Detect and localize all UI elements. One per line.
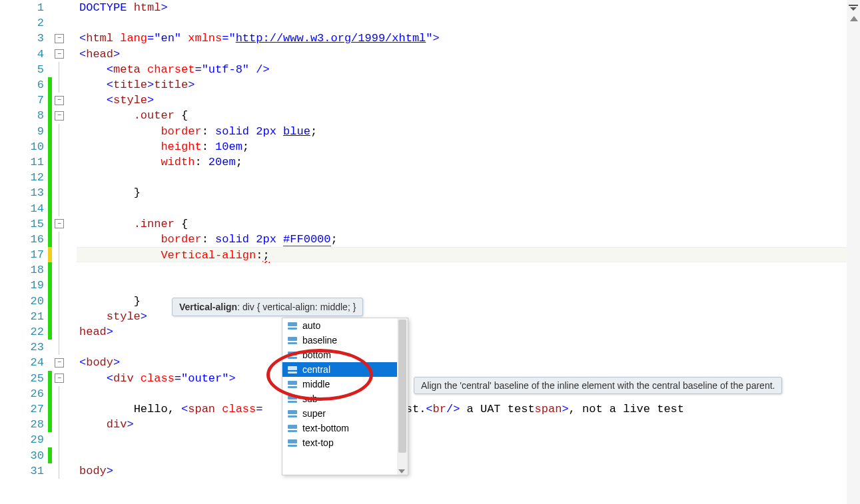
code-line[interactable]: div> <box>77 417 860 432</box>
line-number: 6 <box>0 79 48 91</box>
autocomplete-tooltip: Align the 'central' baseline of the inli… <box>414 377 782 394</box>
css-value-icon <box>288 381 297 388</box>
code-line[interactable]: .inner { <box>77 216 860 232</box>
code-line[interactable]: } <box>77 185 860 200</box>
code-line[interactable]: <meta charset="utf-8" /> <box>77 62 860 77</box>
change-indicator <box>48 386 52 401</box>
code-line[interactable]: <title>title> <box>77 77 860 93</box>
code-line[interactable]: head> <box>77 324 860 340</box>
vertical-scrollbar[interactable] <box>847 0 860 504</box>
line-number: 28 <box>0 418 48 431</box>
line-number: 9 <box>0 125 48 138</box>
fold-guide <box>55 124 64 139</box>
code-line[interactable]: <head> <box>77 47 860 62</box>
fold-toggle-icon[interactable]: − <box>55 34 64 43</box>
autocomplete-label: text-top <box>302 437 334 448</box>
fold-toggle-icon[interactable]: − <box>55 96 64 105</box>
fold-guide <box>55 417 64 432</box>
code-line[interactable] <box>77 432 860 447</box>
gutter-row: 14 <box>0 200 77 216</box>
autocomplete-item[interactable]: sub <box>282 391 408 406</box>
autocomplete-item[interactable]: middle <box>282 377 408 391</box>
change-indicator <box>48 294 52 309</box>
fold-guide <box>55 463 64 479</box>
line-number: 2 <box>0 17 48 29</box>
fold-guide <box>55 432 64 447</box>
autocomplete-popup[interactable]: autobaselinebottomcentralmiddlesubsupert… <box>282 318 408 475</box>
gutter-row: 31 <box>0 463 77 479</box>
autocomplete-item[interactable]: bottom <box>282 348 408 362</box>
autocomplete-item[interactable]: auto <box>282 318 408 333</box>
code-line[interactable]: DOCTYPE html> <box>77 0 860 15</box>
fold-toggle-icon[interactable]: − <box>55 111 64 121</box>
code-line[interactable]: height: 10em; <box>77 139 860 154</box>
autocomplete-label: baseline <box>302 335 337 346</box>
split-icon[interactable] <box>847 1 859 13</box>
fold-guide <box>55 278 64 293</box>
line-number: 22 <box>0 326 48 338</box>
change-indicator <box>48 401 52 417</box>
code-line[interactable] <box>77 170 860 185</box>
line-number: 31 <box>0 465 48 477</box>
css-value-icon <box>288 439 297 447</box>
change-indicator <box>48 62 52 77</box>
gutter-row: 16 <box>0 232 77 247</box>
line-number: 17 <box>0 248 48 261</box>
autocomplete-scrollbar[interactable] <box>397 318 408 475</box>
css-value-icon <box>288 322 297 330</box>
fold-toggle-icon[interactable]: − <box>55 219 64 228</box>
fold-guide <box>55 200 64 216</box>
code-line[interactable]: Vertical-align:; <box>77 247 860 262</box>
fold-guide <box>55 340 64 355</box>
code-line[interactable] <box>77 262 860 278</box>
code-area[interactable]: DOCTYPE html><html lang="en" xmlns="http… <box>77 0 860 504</box>
fold-guide <box>55 294 64 309</box>
change-indicator <box>48 278 52 293</box>
gutter-row: 21 <box>0 309 77 324</box>
line-number: 11 <box>0 156 48 168</box>
code-line[interactable]: Hello, <span class= test.<br/> a UAT tes… <box>77 401 860 417</box>
code-line[interactable]: border: solid 2px #FF0000; <box>77 232 860 247</box>
code-line[interactable]: border: solid 2px blue; <box>77 124 860 139</box>
code-line[interactable]: <body> <box>77 355 860 370</box>
fold-toggle-icon[interactable]: − <box>55 49 64 59</box>
gutter-row: 4− <box>0 47 77 62</box>
code-line[interactable] <box>77 200 860 216</box>
fold-guide <box>55 77 64 93</box>
change-indicator <box>48 417 52 432</box>
gutter-row: 15− <box>0 216 77 232</box>
code-line[interactable] <box>77 278 860 293</box>
code-line[interactable]: <style> <box>77 93 860 108</box>
code-line[interactable]: width: 20em; <box>77 154 860 170</box>
gutter-row: 2 <box>0 15 77 31</box>
autocomplete-item[interactable]: text-bottom <box>282 421 408 435</box>
change-indicator <box>48 77 52 93</box>
line-number: 8 <box>0 109 48 122</box>
gutter-row: 19 <box>0 278 77 293</box>
code-line[interactable]: <html lang="en" xmlns="http://www.w3.org… <box>77 31 860 46</box>
autocomplete-label: bottom <box>302 350 331 360</box>
code-line[interactable] <box>77 447 860 463</box>
line-number: 12 <box>0 171 48 184</box>
autocomplete-label: sub <box>302 393 318 404</box>
scroll-down-arrow-icon[interactable] <box>398 469 405 473</box>
gutter-row: 10 <box>0 139 77 154</box>
fold-guide <box>55 309 64 324</box>
code-line[interactable] <box>77 15 860 31</box>
autocomplete-item[interactable]: text-top <box>282 435 408 450</box>
fold-guide <box>55 447 64 463</box>
fold-toggle-icon[interactable]: − <box>55 358 64 368</box>
autocomplete-item[interactable]: central <box>282 362 408 377</box>
code-line[interactable]: .outer { <box>77 108 860 123</box>
fold-toggle-icon[interactable]: − <box>55 374 64 383</box>
line-number: 15 <box>0 218 48 230</box>
autocomplete-item[interactable]: super <box>282 406 408 421</box>
scroll-up-arrow-icon[interactable] <box>850 16 858 21</box>
scrollbar-thumb[interactable] <box>398 320 406 453</box>
code-line[interactable]: body> <box>77 463 860 479</box>
change-indicator <box>48 108 52 123</box>
autocomplete-label: auto <box>302 320 320 331</box>
gutter-row: 13 <box>0 185 77 200</box>
code-line[interactable] <box>77 340 860 355</box>
autocomplete-item[interactable]: baseline <box>282 333 408 348</box>
